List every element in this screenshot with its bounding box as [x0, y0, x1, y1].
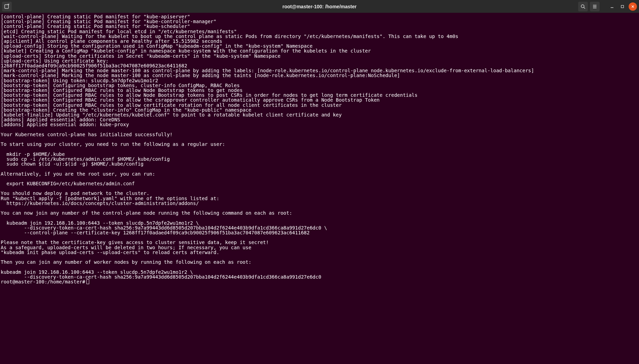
terminal-line: Please note that the certificate-key giv…: [1, 240, 638, 245]
terminal-line: [kubelet-finalize] Updating "/etc/kubern…: [1, 112, 638, 117]
terminal-line: [bootstrap-token] Configured RBAC rules …: [1, 97, 638, 102]
terminal-line: [control-plane] Creating static Pod mani…: [1, 19, 638, 24]
terminal-line: https://kubernetes.io/docs/concepts/clus…: [1, 201, 638, 206]
terminal-line: [bootstrap-token] Configuring bootstrap …: [1, 83, 638, 88]
terminal-line: --discovery-token-ca-cert-hash sha256:9a…: [1, 225, 638, 230]
terminal-line: [upload-certs] Using certificate key:: [1, 58, 638, 63]
terminal-line: As a safeguard, uploaded-certs will be d…: [1, 245, 638, 250]
terminal-line: "kubeadm init phase upload-certs --uploa…: [1, 250, 638, 255]
terminal-line: --control-plane --certificate-key 1268ff…: [1, 230, 638, 235]
terminal-line: [1, 186, 638, 191]
svg-rect-0: [5, 4, 9, 8]
terminal-line: [1, 235, 638, 240]
new-tab-button[interactable]: [2, 2, 12, 11]
terminal-line: [bootstrap-token] Using token: slucdp.5n…: [1, 78, 638, 83]
minimize-icon: [610, 5, 614, 8]
svg-rect-9: [621, 5, 624, 8]
minimize-button[interactable]: [608, 2, 616, 11]
terminal-line: You should now deploy a pod network to t…: [1, 191, 638, 196]
terminal-line: export KUBECONFIG=/etc/kubernetes/admin.…: [1, 181, 638, 186]
terminal-line: [control-plane] Creating static Pod mani…: [1, 14, 638, 19]
terminal-line: [mark-control-plane] Marking the node ma…: [1, 68, 638, 73]
terminal-line: [control-plane] Creating static Pod mani…: [1, 24, 638, 29]
terminal-line: [upload-config] Storing the configuratio…: [1, 44, 638, 48]
terminal-line: [addons] Applied essential addon: CoreDN…: [1, 117, 638, 122]
terminal-line: [1, 264, 638, 269]
terminal-line: [mark-control-plane] Marking the node ma…: [1, 73, 638, 78]
maximize-button[interactable]: [618, 2, 627, 11]
terminal-line: [addons] Applied essential addon: kube-p…: [1, 122, 638, 127]
terminal-line: [1, 206, 638, 211]
terminal-line: [upload-certs] Storing the certificates …: [1, 54, 638, 58]
titlebar-right-group: [578, 2, 637, 11]
titlebar: root@master-100: /home/master: [0, 0, 639, 13]
terminal-line: sudo cp -i /etc/kubernetes/admin.conf $H…: [1, 157, 638, 161]
terminal-line: [1, 176, 638, 181]
terminal-line: [1, 137, 638, 142]
terminal-prompt: root@master-100:/home/master#: [1, 279, 85, 284]
terminal-line: [bootstrap-token] Configured RBAC rules …: [1, 88, 638, 93]
terminal-line: [apiclient] All control plane components…: [1, 39, 638, 44]
terminal-output[interactable]: [control-plane] Creating static Pod mani…: [0, 13, 639, 285]
terminal-line: To start using your cluster, you need to…: [1, 142, 638, 147]
terminal-prompt-line[interactable]: root@master-100:/home/master#: [1, 279, 638, 284]
hamburger-icon: [592, 4, 598, 9]
terminal-line: [bootstrap-token] Configured RBAC rules …: [1, 103, 638, 108]
terminal-line: [bootstrap-token] Configured RBAC rules …: [1, 93, 638, 97]
terminal-line: [1, 255, 638, 260]
terminal-line: --discovery-token-ca-cert-hash sha256:9a…: [1, 274, 638, 279]
terminal-line: [1, 127, 638, 132]
terminal-line: Alternatively, if you are the root user,…: [1, 171, 638, 176]
window-title: root@master-100: /home/master: [0, 4, 639, 9]
terminal-line: 1268ff17f0adaed4f09ca9cb90025f906f51ba3a…: [1, 63, 638, 68]
new-tab-icon: [4, 4, 10, 9]
close-button[interactable]: [629, 2, 637, 11]
terminal-line: [wait-control-plane] Waiting for the kub…: [1, 34, 638, 39]
terminal-line: [1, 147, 638, 151]
terminal-line: Your Kubernetes control-plane has initia…: [1, 132, 638, 137]
search-button[interactable]: [578, 2, 588, 11]
menu-button[interactable]: [590, 2, 600, 11]
terminal-line: kubeadm join 192.168.16.100:6443 --token…: [1, 221, 638, 225]
search-icon: [580, 4, 586, 9]
terminal-line: mkdir -p $HOME/.kube: [1, 152, 638, 157]
svg-line-4: [584, 7, 585, 9]
terminal-line: [1, 215, 638, 220]
terminal-line: You can now join any number of the contr…: [1, 211, 638, 215]
terminal-line: [bootstrap-token] Creating the "cluster-…: [1, 108, 638, 112]
terminal-line: [etcd] Creating static Pod manifest for …: [1, 29, 638, 34]
terminal-line: Then you can join any number of worker n…: [1, 260, 638, 264]
terminal-line: sudo chown $(id -u):$(id -g) $HOME/.kube…: [1, 161, 638, 166]
cursor: [86, 279, 89, 284]
terminal-line: Run "kubectl apply -f [podnetwork].yaml"…: [1, 196, 638, 201]
terminal-line: [1, 166, 638, 171]
terminal-line: [kubelet] Creating a ConfigMap "kubelet-…: [1, 48, 638, 53]
close-icon: [631, 5, 635, 8]
titlebar-left-group: [2, 2, 12, 11]
svg-point-3: [581, 4, 584, 7]
terminal-line: kubeadm join 192.168.16.100:6443 --token…: [1, 270, 638, 274]
maximize-icon: [621, 5, 624, 8]
